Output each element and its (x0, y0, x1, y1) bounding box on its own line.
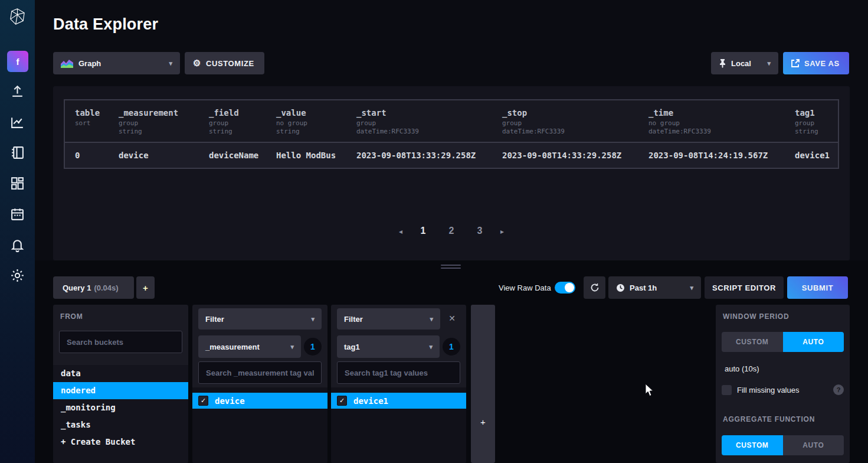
query-tab-label: Query 1 (63, 283, 91, 292)
bucket-item-data[interactable]: data (53, 365, 188, 382)
fill-missing-checkbox[interactable] (722, 385, 732, 395)
upload-icon[interactable] (10, 84, 25, 99)
alerts-bell-icon[interactable] (10, 237, 25, 252)
cell-table: 0 (65, 151, 109, 160)
bucket-item-tasks[interactable]: _tasks (53, 416, 188, 433)
window-period-title: WINDOW PERIOD (723, 312, 789, 321)
tag-value-device[interactable]: ✓ device (192, 393, 327, 409)
clock-icon (616, 283, 625, 292)
tag1-value-search-input[interactable] (337, 361, 460, 384)
cell-field: deviceName (199, 151, 266, 160)
chevron-down-icon: ▾ (690, 284, 693, 292)
settings-gear-icon[interactable] (10, 268, 25, 283)
local-label: Local (731, 59, 751, 68)
time-range-dropdown[interactable]: Past 1h ▾ (608, 276, 701, 299)
filter-type-dropdown[interactable]: Filter ▾ (337, 308, 440, 330)
table-row: 0 device deviceName Hello ModBus 2023-09… (65, 142, 838, 168)
table-header-row: table sort _measurement group string _fi… (65, 100, 838, 142)
measurement-value-search-input[interactable] (198, 361, 322, 384)
raw-data-table: table sort _measurement group string _fi… (64, 99, 839, 169)
page-2[interactable]: 2 (444, 226, 459, 236)
tag-key-dropdown-tag1[interactable]: tag1 ▾ (337, 335, 440, 358)
pin-icon (719, 59, 726, 68)
checkbox-checked-icon[interactable]: ✓ (198, 396, 208, 406)
query-tab[interactable]: Query 1 (0.04s) (53, 276, 134, 299)
bucket-item-monitoring[interactable]: _monitoring (53, 399, 188, 416)
customize-button[interactable]: ⚙ CUSTOMIZE (185, 52, 264, 74)
create-bucket-button[interactable]: + Create Bucket (53, 433, 188, 451)
chevron-down-icon: ▾ (169, 60, 172, 67)
gear-icon: ⚙ (193, 58, 201, 69)
filter-card-tag1: Filter ▾ ✕ tag1 ▾ 1 ✓ device1 (331, 305, 466, 463)
window-custom-button[interactable]: CUSTOM (722, 332, 783, 352)
save-as-button[interactable]: SAVE AS (783, 52, 849, 74)
column-header[interactable]: _stop group dateTime:RFC3339 (492, 108, 638, 142)
notebooks-icon[interactable] (10, 145, 25, 160)
cell-value: Hello ModBus (266, 151, 346, 160)
cell-tag1: device1 (785, 151, 838, 160)
from-title: FROM (60, 312, 83, 321)
page-1[interactable]: 1 (415, 226, 431, 236)
tag-key-label: _measurement (205, 343, 260, 351)
column-header[interactable]: _time no group dateTime:RFC3339 (638, 108, 785, 142)
filter-card-measurement: Filter ▾ _measurement ▾ 1 ✓ device (192, 305, 327, 463)
next-page-icon[interactable]: ▸ (500, 226, 504, 236)
chevron-down-icon: ▾ (767, 60, 771, 67)
influxdb-logo-icon (8, 8, 27, 26)
add-filter-card-button[interactable]: + (471, 305, 495, 463)
fill-missing-values-row: Fill missing values ? (722, 384, 844, 395)
data-explorer-icon[interactable] (10, 115, 25, 130)
cell-measurement: device (109, 151, 199, 160)
column-header[interactable]: _value no group string (266, 108, 346, 142)
submit-button[interactable]: SUBMIT (787, 276, 848, 299)
cell-start: 2023-09-08T13:33:29.258Z (346, 151, 492, 160)
column-header[interactable]: _start group dateTime:RFC3339 (346, 108, 492, 142)
tag-key-label: tag1 (344, 343, 360, 351)
chevron-down-icon: ▾ (429, 343, 433, 351)
pagination: ◂ 1 2 3 ▸ (53, 226, 850, 236)
export-icon (791, 59, 800, 68)
tag-value-device1[interactable]: ✓ device1 (331, 393, 466, 409)
bucket-list: data nodered _monitoring _tasks + Create… (53, 365, 188, 463)
filter-type-dropdown[interactable]: Filter ▾ (198, 308, 322, 330)
tag-value-list: ✓ device1 (331, 387, 466, 463)
column-header[interactable]: _field group string (199, 108, 266, 142)
window-period-toggle: CUSTOM AUTO (722, 332, 844, 352)
page-3[interactable]: 3 (472, 226, 487, 236)
bucket-search-input[interactable] (59, 331, 182, 353)
checkbox-checked-icon[interactable]: ✓ (337, 396, 347, 406)
aggregate-function-title: AGGREGATE FUNCTION (723, 415, 815, 423)
left-nav: f (0, 0, 35, 463)
cell-stop: 2023-09-08T14:33:29.258Z (492, 151, 638, 160)
selected-count-badge: 1 (443, 338, 460, 356)
prev-page-icon[interactable]: ◂ (399, 226, 402, 236)
refresh-button[interactable] (584, 276, 605, 299)
dashboards-icon[interactable] (10, 176, 25, 191)
aggregate-function-toggle: CUSTOM AUTO (722, 435, 844, 455)
window-auto-button[interactable]: AUTO (783, 332, 844, 352)
bucket-item-nodered[interactable]: nodered (53, 382, 188, 399)
window-period-card: WINDOW PERIOD CUSTOM AUTO auto (10s) Fil… (716, 305, 850, 463)
user-avatar[interactable]: f (7, 51, 28, 72)
column-header[interactable]: tag1 group string (785, 108, 838, 142)
view-raw-data-toggle[interactable] (555, 282, 575, 294)
close-icon[interactable]: ✕ (447, 313, 457, 324)
aggregate-custom-button[interactable]: CUSTOM (722, 435, 783, 455)
time-range-label: Past 1h (630, 283, 657, 292)
local-dropdown[interactable]: Local ▾ (711, 52, 778, 74)
script-editor-button[interactable]: SCRIPT EDITOR (705, 276, 784, 299)
tag-key-dropdown-measurement[interactable]: _measurement ▾ (198, 335, 301, 358)
column-header[interactable]: _measurement group string (109, 108, 199, 142)
help-icon[interactable]: ? (833, 384, 844, 395)
tag-value-list: ✓ device (192, 387, 327, 463)
tasks-calendar-icon[interactable] (10, 207, 25, 221)
save-as-label: SAVE AS (804, 59, 840, 68)
resize-drag-handle[interactable] (441, 265, 461, 269)
add-query-button[interactable]: + (136, 276, 155, 299)
visualization-type-dropdown[interactable]: Graph ▾ (53, 52, 180, 74)
view-raw-data-label: View Raw Data (499, 283, 551, 292)
selected-count-badge: 1 (304, 338, 322, 356)
column-header[interactable]: table sort (65, 108, 109, 142)
aggregate-auto-button[interactable]: AUTO (783, 435, 844, 455)
chevron-down-icon: ▾ (311, 315, 315, 323)
